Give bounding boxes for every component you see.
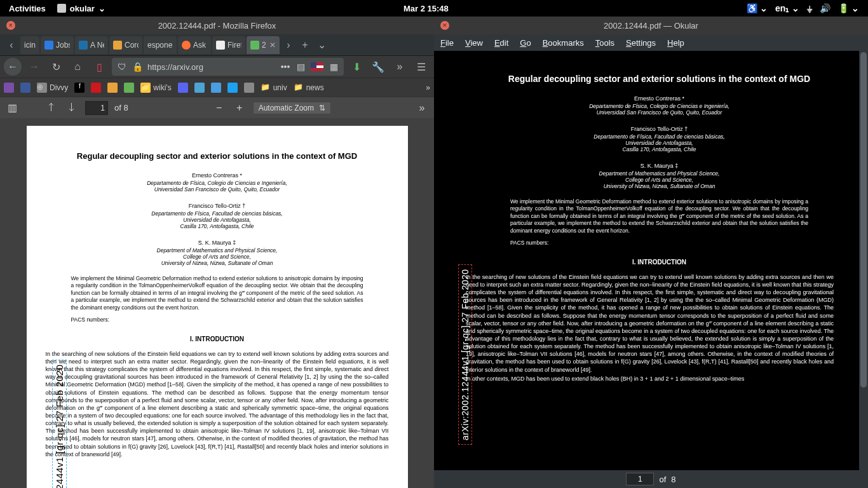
tab-1[interactable]: Jobse (41, 36, 74, 54)
extension-icon[interactable]: ▦ (329, 62, 339, 72)
pdf-page: arXiv:2002.12444v1 [gr-qc] 27 Feb 2020 R… (434, 51, 859, 470)
okular-page-indicator: of 8 (434, 470, 868, 488)
chevron-down-icon: ⌄ (98, 4, 105, 13)
home-button[interactable]: ⌂ (69, 58, 86, 76)
tab-scroll-left[interactable]: ‹ (4, 37, 19, 53)
tab-close-icon[interactable]: ✕ (269, 41, 276, 50)
flag-us-icon[interactable] (311, 62, 323, 71)
dev-tools-button[interactable]: 🔧 (369, 58, 387, 76)
page-action-icon[interactable]: ••• (280, 62, 290, 72)
accessibility-icon[interactable]: ♿ ⌄ (747, 3, 768, 13)
overflow-button[interactable]: » (391, 58, 409, 76)
bookmark-item[interactable] (178, 83, 188, 93)
forward-button: → (25, 58, 43, 76)
tab-7-active[interactable]: 20✕ (247, 36, 280, 54)
shield-icon[interactable]: 🛡 (117, 62, 127, 72)
menu-button[interactable]: ☰ (412, 58, 430, 76)
keyboard-layout[interactable]: en₁ ⌄ (775, 3, 799, 13)
scrollbar[interactable] (859, 51, 868, 470)
tab-0[interactable]: icin (20, 36, 39, 54)
page-count-label: of 8 (114, 103, 128, 112)
reader-icon[interactable]: ▤ (295, 62, 306, 72)
menu-settings[interactable]: Settings (626, 38, 656, 48)
bookmark-item[interactable] (124, 83, 134, 93)
tab-4[interactable]: esponen (144, 36, 177, 54)
tab-strip: ‹ icin Jobse A Ne Coro esponen Ask a Fir… (0, 34, 434, 56)
of-label: of (659, 475, 666, 484)
arxiv-stamp: arXiv:2002.12444v1 [gr-qc] 27 Feb 2020 (458, 264, 472, 445)
bookmark-item[interactable] (4, 83, 14, 93)
bookmark-item[interactable] (20, 83, 31, 93)
bookmark-item[interactable] (91, 83, 101, 93)
tab-5[interactable]: Ask a (178, 36, 211, 54)
volume-icon[interactable]: 🔊 (820, 3, 831, 13)
page-down-button[interactable]: 🡓 (65, 102, 79, 114)
bookmark-item[interactable] (107, 83, 118, 93)
body-text: In the searching of new solutions of the… (46, 350, 389, 458)
pdf-tools-button[interactable]: » (415, 102, 429, 114)
new-tab-button[interactable]: + (297, 37, 313, 53)
activities-button[interactable]: Activities (9, 4, 46, 13)
bookmark-item[interactable] (227, 83, 238, 93)
okular-icon (57, 4, 66, 13)
app-menu[interactable]: okular ⌄ (57, 4, 105, 13)
tab-2[interactable]: A Ne (75, 36, 108, 54)
page-total: 8 (671, 475, 675, 484)
bookmark-item[interactable] (194, 83, 205, 93)
tab-scroll-right[interactable]: › (281, 37, 296, 53)
tab-list-button[interactable]: ⌄ (314, 37, 329, 53)
menu-help[interactable]: Help (667, 38, 684, 48)
close-icon[interactable]: ✕ (6, 21, 15, 30)
page-number-input[interactable] (626, 473, 654, 485)
bookmarks-overflow[interactable]: » (426, 83, 430, 92)
pdf-toolbar: ▥ 🡑 🡓 of 8 − + Automatic Zoom⇅ » (0, 97, 434, 118)
tab-3[interactable]: Coro (109, 36, 142, 54)
bookmark-item[interactable] (244, 83, 254, 93)
okular-menubar: File View Edit Go Bookmarks Tools Settin… (434, 34, 868, 51)
firefox-titlebar: ✕ 2002.12444.pdf - Mozilla Firefox (0, 17, 434, 34)
menu-bookmarks[interactable]: Bookmarks (543, 38, 584, 48)
clock[interactable]: Mar 2 15:48 (105, 4, 747, 13)
page-number-input[interactable] (85, 101, 108, 115)
bookmark-folder[interactable]: 📁news (294, 83, 324, 93)
section-heading: I. INTRODUCTION (46, 336, 389, 342)
url-text[interactable]: https://arxiv.org (147, 62, 275, 72)
reload-button[interactable]: ↻ (47, 58, 65, 76)
abstract: We implement the Minimal Geometric Defor… (510, 198, 808, 234)
paper-title: Regular decoupling sector and exterior s… (485, 74, 834, 84)
back-button[interactable]: ← (4, 58, 22, 76)
bookmark-item[interactable] (211, 83, 221, 93)
page-up-button[interactable]: 🡑 (44, 102, 58, 114)
menu-tools[interactable]: Tools (595, 38, 614, 48)
menu-file[interactable]: File (440, 38, 454, 48)
download-button[interactable]: ⬇ (348, 58, 365, 76)
battery-icon[interactable]: 🔋 ⌄ (838, 3, 859, 13)
window-title: 2002.12444.pdf - Mozilla Firefox (158, 21, 276, 30)
bookmark-folder[interactable]: 📁univ (261, 83, 287, 93)
navigation-toolbar: ← → ↻ ⌂ ▯ 🛡 🔒 https://arxiv.org ••• ▤ ▦ … (0, 56, 434, 78)
bookmark-item[interactable]: f (74, 83, 85, 93)
sidebar-toggle[interactable]: ▥ (5, 102, 19, 114)
menu-view[interactable]: View (465, 38, 483, 48)
zoom-out-button[interactable]: − (212, 102, 226, 114)
tab-6[interactable]: Firef (212, 36, 245, 54)
menu-edit[interactable]: Edit (494, 38, 508, 48)
bookmark-folder[interactable]: 📁wiki's (140, 83, 171, 93)
bookmark-item[interactable]: ⊕Divvy (37, 83, 68, 93)
wifi-icon[interactable]: ⏚ (807, 3, 812, 13)
menu-go[interactable]: Go (520, 38, 531, 48)
pocket-icon[interactable]: ▯ (90, 58, 108, 76)
url-bar[interactable]: 🛡 🔒 https://arxiv.org ••• ▤ ▦ (112, 58, 344, 76)
gnome-topbar: Activities okular ⌄ Mar 2 15:48 ♿ ⌄ en₁ … (0, 0, 868, 17)
zoom-in-button[interactable]: + (233, 102, 247, 114)
firefox-window: ✕ 2002.12444.pdf - Mozilla Firefox ‹ ici… (0, 17, 434, 488)
lock-icon: 🔒 (132, 62, 142, 72)
pacs-label: PACS numbers: (71, 316, 363, 323)
pdf-viewer[interactable]: arXiv:2002.12444v1 [gr-qc] 27 Feb 2020 R… (0, 118, 434, 488)
okular-window: ✕ 2002.12444.pdf — Okular File View Edit… (434, 17, 868, 488)
chevron-updown-icon: ⇅ (319, 104, 325, 112)
zoom-select[interactable]: Automatic Zoom⇅ (253, 102, 331, 114)
okular-viewer[interactable]: arXiv:2002.12444v1 [gr-qc] 27 Feb 2020 R… (434, 51, 868, 470)
close-icon[interactable]: ✕ (440, 21, 449, 30)
bookmarks-bar: ⊕Divvy f 📁wiki's 📁univ 📁news » (0, 78, 434, 97)
